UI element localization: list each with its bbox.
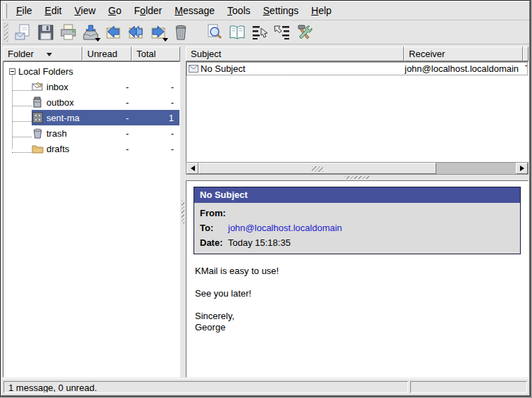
folder-label: sent-ma	[46, 113, 87, 123]
toolbar-drag-handle[interactable]	[4, 23, 8, 42]
column-header-unread[interactable]: Unread	[82, 46, 132, 61]
folder-label: Local Folders	[18, 66, 179, 77]
folder-label: drafts	[46, 144, 87, 154]
menu-edit[interactable]: Edit	[39, 2, 68, 19]
save-icon	[37, 23, 55, 42]
status-bar: 1 message, 0 unread.	[1, 378, 529, 395]
main-content: Folder Unread Total Local Folders	[1, 45, 529, 378]
folder-row-outbox[interactable]: outbox - -	[4, 94, 179, 110]
kmail-window: File Edit View Go Folder Message Tools S…	[0, 0, 531, 397]
new-message-button[interactable]	[13, 22, 34, 43]
splitter-grip-icon	[182, 201, 184, 223]
next-unread-icon	[273, 23, 291, 42]
vertical-splitter[interactable]	[180, 45, 186, 378]
column-header-receiver[interactable]: Receiver	[404, 46, 523, 61]
message-list-pane: Subject Receiver Date No Subject john@lo…	[186, 46, 528, 175]
splitter-grip-icon	[345, 176, 370, 179]
message-row[interactable]: No Subject john@localhost.localdomain To…	[186, 62, 528, 75]
reply-button[interactable]	[103, 22, 124, 43]
to-address-link[interactable]: john@localhost.localdomain	[228, 223, 520, 233]
previous-unread-icon	[251, 23, 269, 42]
status-secondary	[410, 381, 527, 393]
total-count: -	[136, 128, 179, 139]
date-label: Date:	[194, 237, 228, 248]
menu-folder[interactable]: Folder	[128, 2, 169, 19]
date-value: Today 15:18:35	[228, 237, 520, 248]
tools-icon	[296, 23, 314, 42]
header-field-to: To: john@localhost.localdomain	[194, 220, 520, 235]
total-count: 1	[136, 113, 179, 123]
dropdown-caret-icon	[95, 38, 101, 42]
trash-folder-icon	[32, 128, 44, 139]
drafts-icon	[32, 143, 44, 154]
menu-view[interactable]: View	[68, 2, 102, 19]
folder-row-local-folders[interactable]: Local Folders	[4, 63, 179, 79]
scroll-left-button[interactable]	[186, 163, 198, 174]
folder-row-drafts[interactable]: drafts - -	[4, 141, 179, 156]
scrollbar-thumb[interactable]	[198, 163, 436, 174]
folder-row-sent-mail[interactable]: sent-ma - 1	[4, 110, 179, 125]
print-button[interactable]	[58, 22, 79, 43]
body-line: Sincerely,	[195, 311, 528, 322]
message-title: No Subject	[194, 187, 520, 203]
message-receiver: john@localhost.localdomain	[405, 63, 525, 74]
address-book-button[interactable]	[227, 22, 248, 43]
total-count: -	[136, 144, 179, 154]
trash-button[interactable]	[170, 22, 191, 43]
header-field-from: From:	[194, 206, 520, 220]
folder-list-header: Folder Unread Total	[3, 46, 180, 61]
unread-count: -	[87, 113, 136, 123]
menu-message[interactable]: Message	[168, 2, 221, 19]
menu-file[interactable]: File	[10, 2, 39, 19]
thumb-grip-icon	[312, 166, 323, 172]
message-list: No Subject john@localhost.localdomain To…	[186, 61, 528, 162]
message-list-header: Subject Receiver Date	[186, 46, 528, 61]
forward-button[interactable]	[148, 22, 169, 43]
to-label: To:	[194, 223, 228, 233]
dropdown-caret-icon	[163, 38, 168, 42]
unread-count: -	[87, 144, 136, 154]
sort-arrow-icon	[46, 53, 52, 56]
reply-icon	[104, 23, 122, 42]
message-subject: No Subject	[201, 63, 246, 74]
total-count: -	[136, 82, 179, 92]
menu-tools[interactable]: Tools	[221, 2, 257, 19]
folder-row-inbox[interactable]: inbox - -	[4, 79, 179, 94]
scroll-right-button[interactable]	[516, 163, 528, 174]
column-header-date[interactable]: Date	[523, 46, 528, 61]
unread-count: -	[87, 97, 136, 108]
column-header-subject[interactable]: Subject	[186, 46, 404, 61]
column-header-folder[interactable]: Folder	[3, 46, 82, 61]
save-button[interactable]	[35, 22, 56, 43]
tools-button[interactable]	[294, 22, 315, 43]
folder-row-trash[interactable]: trash - -	[4, 125, 179, 141]
horizontal-scrollbar[interactable]	[186, 162, 528, 175]
find-messages-icon	[205, 23, 224, 42]
collapse-expander-icon[interactable]	[9, 68, 15, 75]
from-label: From:	[194, 208, 228, 218]
next-unread-button[interactable]	[272, 22, 293, 43]
reply-all-icon	[127, 23, 145, 42]
address-book-icon	[228, 23, 246, 42]
previous-unread-button[interactable]	[249, 22, 270, 43]
check-mail-button[interactable]	[80, 22, 101, 43]
folder-label: outbox	[46, 97, 87, 108]
arrow-left-icon	[191, 166, 195, 171]
menu-settings[interactable]: Settings	[257, 2, 305, 19]
find-messages-button[interactable]	[204, 22, 225, 43]
horizontal-splitter[interactable]	[186, 175, 528, 180]
body-line: George	[195, 322, 528, 333]
new-message-icon	[14, 23, 32, 42]
menubar-drag-handle[interactable]	[4, 4, 7, 18]
message-header-box: No Subject From: To: john@localhost.loca…	[194, 187, 521, 254]
body-line	[195, 277, 528, 288]
menu-help[interactable]: Help	[305, 2, 338, 19]
message-preview-pane: No Subject From: To: john@localhost.loca…	[186, 180, 528, 378]
print-icon	[59, 23, 77, 42]
menu-go[interactable]: Go	[102, 2, 128, 19]
column-header-total[interactable]: Total	[132, 46, 180, 61]
unread-count: -	[87, 82, 136, 92]
menu-bar: File Edit View Go Folder Message Tools S…	[1, 1, 529, 20]
folder-label: trash	[46, 128, 87, 139]
reply-all-button[interactable]	[125, 22, 146, 43]
